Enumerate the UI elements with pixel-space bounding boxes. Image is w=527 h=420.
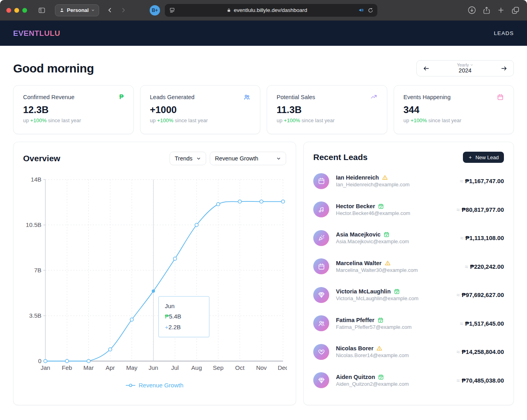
revenue-chart[interactable]: 14B10.5B7B3.5B0JanFebMarAprMayJunJulAugS… bbox=[23, 175, 286, 379]
svg-text:Apr: Apr bbox=[105, 364, 115, 371]
address-bar[interactable]: eventlulu.billyle.dev/dashboard bbox=[165, 4, 377, 17]
stat-label: Potential Sales bbox=[277, 94, 315, 100]
lead-row[interactable]: Nicolas Borer Nicolas.Borer14@example.co… bbox=[313, 338, 504, 366]
period-mode-dropdown[interactable]: Yearly bbox=[457, 63, 473, 68]
lead-name: Ian Heidenreich bbox=[336, 174, 379, 181]
warning-icon bbox=[385, 260, 391, 266]
lead-row[interactable]: Victoria McLaughlin Victoria_McLaughlin@… bbox=[313, 281, 504, 309]
lead-row[interactable]: Fatima Pfeffer Fatima_Pfeffer57@example.… bbox=[313, 309, 504, 338]
stat-change: up +100% since last year bbox=[277, 117, 377, 123]
svg-text:10.5B: 10.5B bbox=[26, 221, 41, 228]
music-avatar bbox=[313, 201, 329, 217]
profile-menu[interactable]: Personal bbox=[55, 4, 99, 16]
reload-icon[interactable] bbox=[368, 8, 373, 13]
audio-mute-icon[interactable] bbox=[358, 7, 364, 13]
sidebar-toggle-icon[interactable] bbox=[37, 6, 46, 14]
lead-amount: ₱80,817,977.00 bbox=[462, 206, 504, 213]
users-avatar bbox=[313, 315, 329, 331]
lead-row[interactable]: Asia Macejkovic Asia.Macejkovic@example.… bbox=[313, 224, 504, 252]
approx-sign: ≈ bbox=[457, 206, 460, 213]
trends-dropdown[interactable]: Trends bbox=[170, 152, 206, 165]
close-window-button[interactable] bbox=[6, 8, 11, 13]
calendar-check-icon bbox=[383, 231, 390, 238]
window-controls bbox=[6, 8, 27, 13]
stat-value: +1000 bbox=[150, 104, 251, 115]
extension-badge[interactable]: B+ bbox=[150, 5, 160, 16]
new-tab-icon[interactable] bbox=[497, 6, 505, 14]
downloads-icon[interactable] bbox=[467, 6, 476, 15]
stat-card: Leads Generated +1000 up +100% since las… bbox=[140, 85, 261, 134]
minimize-window-button[interactable] bbox=[14, 8, 19, 13]
leads-list: Ian Heidenreich Ian_Heidenreich@example.… bbox=[313, 167, 504, 395]
svg-text:Sep: Sep bbox=[213, 364, 224, 371]
previous-period-button[interactable] bbox=[422, 65, 430, 72]
share-icon[interactable] bbox=[482, 6, 491, 15]
brand-logo[interactable]: EVENTLULU bbox=[13, 29, 61, 38]
lead-amount: ₱1,113,108.00 bbox=[465, 234, 504, 241]
lead-email: Victoria_McLaughlin@example.com bbox=[336, 295, 418, 301]
users-icon bbox=[243, 94, 250, 101]
recent-leads-panel: Recent Leads New Lead Ian Heidenreich Ia… bbox=[303, 142, 514, 405]
lead-row[interactable]: Hector Becker Hector.Becker46@example.co… bbox=[313, 195, 504, 224]
period-selector: Yearly 2024 bbox=[416, 60, 514, 76]
warning-icon bbox=[376, 345, 383, 352]
svg-text:Nov: Nov bbox=[256, 364, 267, 371]
svg-text:7B: 7B bbox=[34, 267, 41, 273]
lead-email: Aiden_Quitzon2@example.com bbox=[336, 381, 409, 387]
chevron-down-icon bbox=[91, 8, 95, 12]
stat-change: up +100% since last year bbox=[150, 117, 251, 123]
stat-card: Confirmed Revenue ₱ 12.3B up +100% since… bbox=[13, 85, 134, 134]
next-period-button[interactable] bbox=[500, 65, 508, 72]
svg-text:Oct: Oct bbox=[235, 364, 245, 371]
calendar-check-icon bbox=[377, 317, 384, 323]
calendar-check-icon bbox=[378, 374, 384, 380]
calendar-avatar bbox=[313, 258, 329, 274]
overview-title: Overview bbox=[23, 154, 60, 163]
person-icon bbox=[59, 8, 64, 13]
svg-text:Feb: Feb bbox=[62, 364, 72, 371]
approx-sign: ≈ bbox=[457, 377, 460, 384]
lead-email: Ian_Heidenreich@example.com bbox=[336, 182, 410, 188]
lead-name: Hector Becker bbox=[336, 203, 375, 209]
svg-text:Jan: Jan bbox=[41, 364, 50, 371]
lead-name: Fatima Pfeffer bbox=[336, 317, 375, 323]
reader-view-icon[interactable] bbox=[169, 7, 176, 14]
svg-text:Dec: Dec bbox=[278, 364, 287, 371]
stat-label: Events Happening bbox=[404, 94, 451, 100]
new-lead-button[interactable]: New Lead bbox=[463, 152, 504, 163]
metric-dropdown[interactable]: Revenue Growth bbox=[210, 152, 286, 165]
app-navbar: EVENTLULU LEADS bbox=[0, 21, 527, 46]
svg-text:0: 0 bbox=[38, 357, 41, 364]
zoom-window-button[interactable] bbox=[22, 8, 27, 13]
lead-row[interactable]: Marcelina Walter Marcelina_Walter30@exam… bbox=[313, 252, 504, 281]
approx-sign: ≈ bbox=[465, 263, 468, 270]
gem-avatar bbox=[313, 287, 329, 303]
page-title: Good morning bbox=[13, 62, 94, 75]
back-button[interactable] bbox=[107, 7, 113, 14]
lead-name: Aiden Quitzon bbox=[336, 374, 375, 380]
lead-amount: ₱70,485,038.00 bbox=[462, 377, 504, 384]
url-text: eventlulu.billyle.dev/dashboard bbox=[234, 7, 307, 13]
tab-overview-icon[interactable] bbox=[511, 6, 520, 15]
lead-row[interactable]: Aiden Quitzon Aiden_Quitzon2@example.com… bbox=[313, 366, 504, 395]
chart-legend[interactable]: Revenue Growth bbox=[23, 382, 286, 389]
legend-label: Revenue Growth bbox=[139, 382, 183, 389]
profile-label: Personal bbox=[67, 7, 89, 13]
stat-label: Confirmed Revenue bbox=[23, 94, 74, 100]
approx-sign: ≈ bbox=[457, 348, 460, 355]
heart-avatar bbox=[313, 344, 329, 360]
svg-text:Jul: Jul bbox=[171, 364, 179, 371]
lead-amount: ₱14,258,804.00 bbox=[462, 348, 504, 355]
tooltip-month: Jun bbox=[165, 301, 203, 311]
calendar-avatar bbox=[313, 173, 329, 189]
line-chart-canvas[interactable]: 14B10.5B7B3.5B0JanFebMarAprMayJunJulAugS… bbox=[23, 175, 287, 377]
chart-tooltip: Jun ₱5.4B +2.2B bbox=[158, 296, 209, 337]
lead-email: Asia.Macejkovic@example.com bbox=[336, 238, 409, 244]
approx-sign: ≈ bbox=[460, 320, 463, 327]
svg-text:Aug: Aug bbox=[191, 364, 202, 371]
stat-value: 11.3B bbox=[277, 104, 377, 115]
nav-link-leads[interactable]: LEADS bbox=[494, 30, 514, 36]
lead-name: Victoria McLaughlin bbox=[336, 288, 391, 295]
forward-button[interactable] bbox=[120, 7, 126, 14]
lead-row[interactable]: Ian Heidenreich Ian_Heidenreich@example.… bbox=[313, 167, 504, 195]
